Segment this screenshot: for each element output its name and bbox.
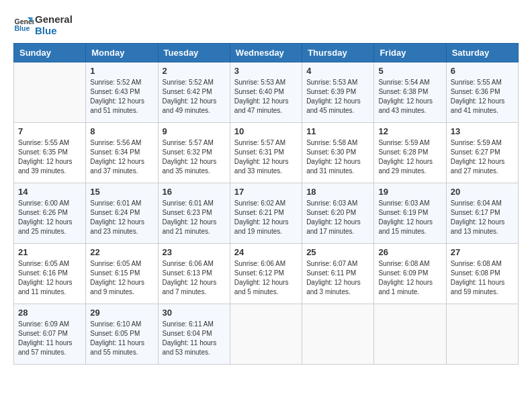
day-number: 10: [234, 126, 298, 136]
calendar-cell: 4Sunrise: 5:53 AM Sunset: 6:39 PM Daylig…: [302, 62, 374, 123]
day-info: Sunrise: 6:07 AM Sunset: 6:11 PM Dayligh…: [306, 259, 369, 297]
calendar-cell: [446, 304, 518, 365]
day-number: 19: [378, 187, 441, 197]
day-info: Sunrise: 5:53 AM Sunset: 6:39 PM Dayligh…: [306, 78, 369, 116]
logo-icon: General Blue: [13, 15, 34, 35]
day-number: 25: [306, 247, 369, 257]
calendar-cell: 23Sunrise: 6:06 AM Sunset: 6:13 PM Dayli…: [158, 244, 230, 304]
day-number: 7: [18, 126, 81, 136]
page-header: General Blue General Blue: [13, 13, 519, 36]
day-number: 5: [378, 66, 441, 76]
calendar-cell: 21Sunrise: 6:05 AM Sunset: 6:16 PM Dayli…: [14, 244, 86, 304]
day-info: Sunrise: 6:06 AM Sunset: 6:12 PM Dayligh…: [234, 259, 298, 297]
day-number: 11: [306, 126, 369, 136]
calendar-week-4: 21Sunrise: 6:05 AM Sunset: 6:16 PM Dayli…: [14, 244, 519, 304]
day-number: 4: [306, 66, 369, 76]
day-info: Sunrise: 5:52 AM Sunset: 6:42 PM Dayligh…: [163, 78, 226, 116]
calendar-cell: 16Sunrise: 6:01 AM Sunset: 6:23 PM Dayli…: [158, 183, 230, 244]
calendar-cell: 5Sunrise: 5:54 AM Sunset: 6:38 PM Daylig…: [374, 62, 446, 123]
weekday-header-sunday: Sunday: [14, 44, 86, 62]
calendar-week-2: 7Sunrise: 5:55 AM Sunset: 6:35 PM Daylig…: [14, 123, 519, 183]
day-number: 22: [90, 247, 153, 257]
day-info: Sunrise: 5:57 AM Sunset: 6:31 PM Dayligh…: [234, 138, 298, 176]
day-info: Sunrise: 5:58 AM Sunset: 6:30 PM Dayligh…: [306, 138, 369, 176]
calendar-cell: [302, 304, 374, 365]
day-info: Sunrise: 6:05 AM Sunset: 6:16 PM Dayligh…: [18, 259, 81, 297]
day-number: 21: [18, 247, 81, 257]
day-number: 17: [234, 187, 298, 197]
calendar-cell: 30Sunrise: 6:11 AM Sunset: 6:04 PM Dayli…: [158, 304, 230, 365]
day-info: Sunrise: 5:54 AM Sunset: 6:38 PM Dayligh…: [378, 78, 441, 116]
calendar-cell: 28Sunrise: 6:09 AM Sunset: 6:07 PM Dayli…: [14, 304, 86, 365]
day-number: 29: [90, 308, 153, 318]
day-info: Sunrise: 6:03 AM Sunset: 6:20 PM Dayligh…: [306, 199, 369, 236]
weekday-header-saturday: Saturday: [446, 44, 518, 62]
calendar-cell: 8Sunrise: 5:56 AM Sunset: 6:34 PM Daylig…: [86, 123, 158, 183]
calendar-cell: 1Sunrise: 5:52 AM Sunset: 6:43 PM Daylig…: [86, 62, 158, 123]
day-number: 12: [378, 126, 441, 136]
day-info: Sunrise: 6:10 AM Sunset: 6:05 PM Dayligh…: [90, 320, 153, 357]
day-info: Sunrise: 6:03 AM Sunset: 6:19 PM Dayligh…: [378, 199, 441, 236]
calendar-cell: 14Sunrise: 6:00 AM Sunset: 6:26 PM Dayli…: [14, 183, 86, 244]
weekday-header-friday: Friday: [374, 44, 446, 62]
calendar-cell: 17Sunrise: 6:02 AM Sunset: 6:21 PM Dayli…: [230, 183, 302, 244]
day-number: 1: [90, 66, 153, 76]
day-info: Sunrise: 5:57 AM Sunset: 6:32 PM Dayligh…: [163, 138, 226, 176]
day-number: 16: [163, 187, 226, 197]
day-number: 26: [378, 247, 441, 257]
calendar-cell: 19Sunrise: 6:03 AM Sunset: 6:19 PM Dayli…: [374, 183, 446, 244]
calendar-cell: 22Sunrise: 6:05 AM Sunset: 6:15 PM Dayli…: [86, 244, 158, 304]
calendar-week-3: 14Sunrise: 6:00 AM Sunset: 6:26 PM Dayli…: [14, 183, 519, 244]
day-number: 9: [163, 126, 226, 136]
day-number: 8: [90, 126, 153, 136]
day-info: Sunrise: 5:59 AM Sunset: 6:27 PM Dayligh…: [451, 138, 514, 176]
day-info: Sunrise: 6:00 AM Sunset: 6:26 PM Dayligh…: [18, 199, 81, 236]
calendar-header-row: SundayMondayTuesdayWednesdayThursdayFrid…: [14, 44, 519, 62]
calendar-cell: 24Sunrise: 6:06 AM Sunset: 6:12 PM Dayli…: [230, 244, 302, 304]
day-number: 2: [163, 66, 226, 76]
day-info: Sunrise: 6:06 AM Sunset: 6:13 PM Dayligh…: [163, 259, 226, 297]
day-number: 24: [234, 247, 298, 257]
day-info: Sunrise: 5:52 AM Sunset: 6:43 PM Dayligh…: [90, 78, 153, 116]
calendar-cell: [374, 304, 446, 365]
calendar-week-5: 28Sunrise: 6:09 AM Sunset: 6:07 PM Dayli…: [14, 304, 519, 365]
logo-blue: Blue: [35, 25, 73, 36]
weekday-header-thursday: Thursday: [302, 44, 374, 62]
day-info: Sunrise: 5:55 AM Sunset: 6:36 PM Dayligh…: [451, 78, 514, 116]
calendar-cell: 3Sunrise: 5:53 AM Sunset: 6:40 PM Daylig…: [230, 62, 302, 123]
day-info: Sunrise: 5:53 AM Sunset: 6:40 PM Dayligh…: [234, 78, 298, 116]
day-number: 3: [234, 66, 298, 76]
day-number: 14: [18, 187, 81, 197]
calendar-cell: 13Sunrise: 5:59 AM Sunset: 6:27 PM Dayli…: [446, 123, 518, 183]
svg-text:Blue: Blue: [15, 24, 30, 32]
calendar-cell: 18Sunrise: 6:03 AM Sunset: 6:20 PM Dayli…: [302, 183, 374, 244]
weekday-header-monday: Monday: [86, 44, 158, 62]
day-info: Sunrise: 6:05 AM Sunset: 6:15 PM Dayligh…: [90, 259, 153, 297]
calendar-cell: 12Sunrise: 5:59 AM Sunset: 6:28 PM Dayli…: [374, 123, 446, 183]
day-number: 23: [163, 247, 226, 257]
calendar-cell: 20Sunrise: 6:04 AM Sunset: 6:17 PM Dayli…: [446, 183, 518, 244]
calendar-cell: 10Sunrise: 5:57 AM Sunset: 6:31 PM Dayli…: [230, 123, 302, 183]
day-info: Sunrise: 6:11 AM Sunset: 6:04 PM Dayligh…: [163, 320, 226, 357]
calendar-table: SundayMondayTuesdayWednesdayThursdayFrid…: [13, 43, 519, 365]
calendar-cell: 29Sunrise: 6:10 AM Sunset: 6:05 PM Dayli…: [86, 304, 158, 365]
day-number: 30: [163, 308, 226, 318]
weekday-header-wednesday: Wednesday: [230, 44, 302, 62]
calendar-week-1: 1Sunrise: 5:52 AM Sunset: 6:43 PM Daylig…: [14, 62, 519, 123]
calendar-cell: 27Sunrise: 6:08 AM Sunset: 6:08 PM Dayli…: [446, 244, 518, 304]
day-info: Sunrise: 5:59 AM Sunset: 6:28 PM Dayligh…: [378, 138, 441, 176]
day-info: Sunrise: 6:08 AM Sunset: 6:08 PM Dayligh…: [451, 259, 514, 297]
calendar-cell: 6Sunrise: 5:55 AM Sunset: 6:36 PM Daylig…: [446, 62, 518, 123]
calendar-cell: 15Sunrise: 6:01 AM Sunset: 6:24 PM Dayli…: [86, 183, 158, 244]
day-info: Sunrise: 5:56 AM Sunset: 6:34 PM Dayligh…: [90, 138, 153, 176]
day-info: Sunrise: 6:04 AM Sunset: 6:17 PM Dayligh…: [451, 199, 514, 236]
day-number: 6: [451, 66, 514, 76]
calendar-cell: 2Sunrise: 5:52 AM Sunset: 6:42 PM Daylig…: [158, 62, 230, 123]
logo: General Blue General Blue: [13, 13, 73, 36]
calendar-cell: 26Sunrise: 6:08 AM Sunset: 6:09 PM Dayli…: [374, 244, 446, 304]
day-number: 18: [306, 187, 369, 197]
calendar-cell: 25Sunrise: 6:07 AM Sunset: 6:11 PM Dayli…: [302, 244, 374, 304]
day-number: 13: [451, 126, 514, 136]
calendar-cell: 9Sunrise: 5:57 AM Sunset: 6:32 PM Daylig…: [158, 123, 230, 183]
day-info: Sunrise: 6:09 AM Sunset: 6:07 PM Dayligh…: [18, 320, 81, 357]
